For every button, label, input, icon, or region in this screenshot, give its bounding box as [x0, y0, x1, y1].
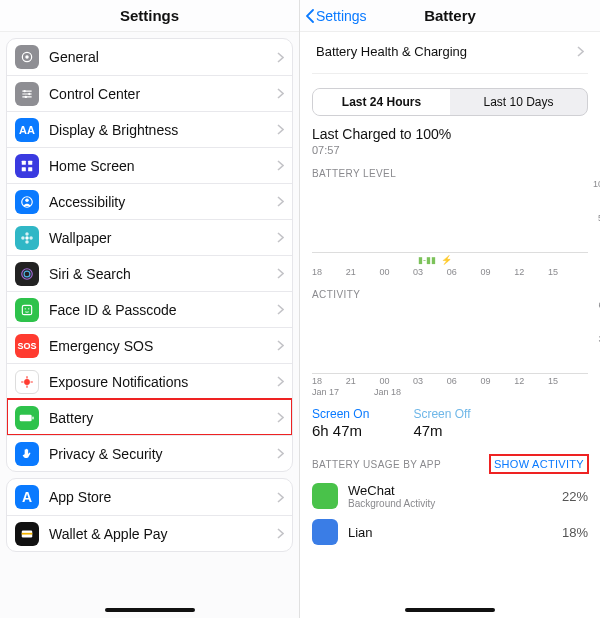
settings-label: Battery — [49, 410, 277, 426]
settings-label: Control Center — [49, 86, 277, 102]
settings-pane: Settings GeneralControl CenterAADisplay … — [0, 0, 300, 618]
chevron-right-icon — [277, 528, 284, 539]
chevron-right-icon — [277, 88, 284, 99]
settings-row-siri[interactable]: Siri & Search — [7, 255, 292, 291]
svg-rect-26 — [20, 414, 32, 421]
battery-health-label: Battery Health & Charging — [316, 44, 467, 59]
battery-header: Settings Battery — [300, 0, 600, 32]
app-usage-row[interactable]: WeChatBackground Activity22% — [312, 483, 588, 509]
svg-point-20 — [28, 308, 29, 309]
exposure-icon — [15, 370, 39, 394]
settings-row-faceid[interactable]: Face ID & Passcode — [7, 291, 292, 327]
chevron-right-icon — [277, 448, 284, 459]
home-indicator[interactable] — [105, 608, 195, 612]
chevron-right-icon — [277, 304, 284, 315]
settings-row-control-center[interactable]: Control Center — [7, 75, 292, 111]
time-range-segmented[interactable]: Last 24 Hours Last 10 Days — [312, 88, 588, 116]
settings-label: Face ID & Passcode — [49, 302, 277, 318]
settings-label: Privacy & Security — [49, 446, 277, 462]
last-charged-time: 07:57 — [312, 144, 588, 156]
settings-label: Wallpaper — [49, 230, 277, 246]
battery-level-chart: 100% 50% 0% ▮-▮▮ ⚡ 1821000306091215 — [312, 183, 588, 277]
appstore-icon: A — [15, 485, 39, 509]
svg-rect-6 — [28, 160, 32, 164]
battery-health-row[interactable]: Battery Health & Charging — [312, 32, 588, 74]
wallpaper-icon — [15, 226, 39, 250]
settings-row-wallet[interactable]: Wallet & Apple Pay — [7, 515, 292, 551]
chevron-right-icon — [277, 160, 284, 171]
settings-title: Settings — [120, 7, 179, 24]
app-usage-row[interactable]: Lian18% — [312, 519, 588, 545]
svg-point-10 — [25, 198, 29, 202]
settings-row-accessibility[interactable]: Accessibility — [7, 183, 292, 219]
settings-label: Home Screen — [49, 158, 277, 174]
back-label: Settings — [316, 8, 367, 24]
svg-rect-27 — [32, 416, 33, 419]
settings-row-wallpaper[interactable]: Wallpaper — [7, 219, 292, 255]
svg-point-13 — [25, 240, 29, 244]
chevron-right-icon — [277, 196, 284, 207]
svg-point-15 — [29, 236, 33, 240]
screen-off-value: 47m — [413, 422, 470, 439]
screen-off-label: Screen Off — [413, 407, 470, 421]
svg-point-14 — [21, 236, 25, 240]
battery-level-title: BATTERY LEVEL — [312, 168, 588, 179]
control-center-icon — [15, 82, 39, 106]
charging-icons: ▮-▮▮ ⚡ — [312, 255, 588, 265]
screen-stats: Screen On 6h 47m Screen Off 47m — [312, 407, 588, 439]
battery-title: Battery — [424, 7, 476, 24]
show-activity-button[interactable]: SHOW ACTIVITY — [490, 455, 588, 473]
settings-row-display[interactable]: AADisplay & Brightness — [7, 111, 292, 147]
app-name: WeChat — [348, 483, 552, 498]
privacy-icon — [15, 442, 39, 466]
settings-row-sos[interactable]: SOSEmergency SOS — [7, 327, 292, 363]
back-button[interactable]: Settings — [306, 8, 367, 24]
svg-point-21 — [24, 379, 30, 385]
general-icon — [15, 45, 39, 69]
app-percent: 22% — [562, 489, 588, 504]
wallet-icon — [15, 522, 39, 546]
settings-label: Accessibility — [49, 194, 277, 210]
battery-icon — [15, 406, 39, 430]
settings-row-home[interactable]: Home Screen — [7, 147, 292, 183]
settings-label: Siri & Search — [49, 266, 277, 282]
chevron-right-icon — [577, 46, 584, 57]
settings-row-privacy[interactable]: Privacy & Security — [7, 435, 292, 471]
chevron-right-icon — [277, 268, 284, 279]
settings-row-exposure[interactable]: Exposure Notifications — [7, 363, 292, 399]
chevron-right-icon — [277, 124, 284, 135]
app-icon — [312, 483, 338, 509]
svg-rect-8 — [28, 167, 32, 171]
app-subtitle: Background Activity — [348, 498, 552, 509]
svg-point-19 — [25, 308, 26, 309]
chevron-right-icon — [277, 232, 284, 243]
screen-on-value: 6h 47m — [312, 422, 369, 439]
svg-rect-18 — [22, 305, 31, 314]
svg-point-4 — [25, 95, 27, 97]
app-percent: 18% — [562, 525, 588, 540]
svg-point-12 — [25, 232, 29, 236]
home-indicator[interactable] — [405, 608, 495, 612]
seg-24h[interactable]: Last 24 Hours — [313, 89, 450, 115]
battery-pane: Settings Battery Battery Health & Chargi… — [300, 0, 600, 618]
settings-row-general[interactable]: General — [7, 39, 292, 75]
svg-rect-29 — [22, 532, 33, 534]
activity-chart: 60m 30m 0 1821000306091215 Jan 17 Jan 18 — [312, 304, 588, 397]
svg-rect-7 — [22, 167, 26, 171]
display-icon: AA — [15, 118, 39, 142]
settings-row-appstore[interactable]: AApp Store — [7, 479, 292, 515]
app-icon — [312, 519, 338, 545]
svg-rect-5 — [22, 160, 26, 164]
settings-row-battery[interactable]: Battery — [7, 399, 292, 435]
faceid-icon — [15, 298, 39, 322]
svg-point-3 — [28, 92, 30, 94]
chevron-right-icon — [277, 376, 284, 387]
chevron-right-icon — [277, 412, 284, 423]
settings-label: General — [49, 49, 277, 65]
settings-label: Exposure Notifications — [49, 374, 277, 390]
accessibility-icon — [15, 190, 39, 214]
activity-title: ACTIVITY — [312, 289, 588, 300]
seg-10d[interactable]: Last 10 Days — [450, 89, 587, 115]
chevron-right-icon — [277, 492, 284, 503]
settings-label: Wallet & Apple Pay — [49, 526, 277, 542]
